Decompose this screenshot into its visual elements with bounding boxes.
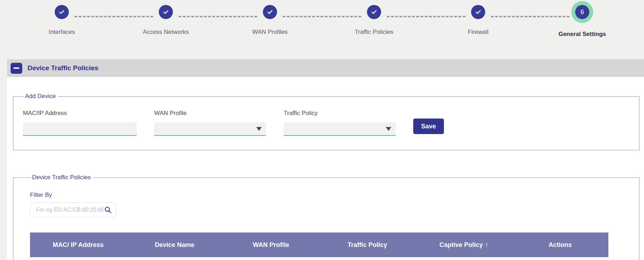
step-label: General Settings xyxy=(558,31,606,38)
column-header-actions[interactable]: Actions xyxy=(512,241,608,249)
step-label: Access Networks xyxy=(143,29,189,36)
add-device-fieldset: Add Device MAC/IP Address WAN Profile Tr… xyxy=(13,93,639,150)
section-title: Device Traffic Policies xyxy=(28,64,98,72)
device-policies-table: MAC/ IP Address Device Name WAN Profile … xyxy=(30,232,608,260)
step-label: Firewall xyxy=(468,29,489,36)
filter-by-label: Filter By xyxy=(30,192,639,199)
check-icon xyxy=(266,8,273,16)
chevron-down-icon xyxy=(256,127,262,131)
device-traffic-policies-fieldset: Device Traffic Policies Filter By MAC/ I… xyxy=(13,174,639,260)
check-icon xyxy=(475,8,482,16)
step-wan-profiles[interactable]: WAN Profiles xyxy=(218,5,322,38)
column-header-device-name[interactable]: Device Name xyxy=(126,241,223,249)
table-header-row: MAC/ IP Address Device Name WAN Profile … xyxy=(30,232,608,257)
step-complete-circle[interactable] xyxy=(159,5,173,19)
step-traffic-policies[interactable]: Traffic Policies xyxy=(322,5,426,38)
stepper-connector xyxy=(387,16,465,17)
search-icon[interactable] xyxy=(104,206,112,214)
mac-ip-address-field-group: MAC/IP Address xyxy=(23,110,137,136)
traffic-policy-select[interactable] xyxy=(284,122,396,136)
column-header-captive-policy-label: Captive Policy xyxy=(439,241,483,248)
step-general-settings[interactable]: 6 General Settings xyxy=(530,5,634,38)
traffic-policy-label: Traffic Policy xyxy=(284,110,396,117)
step-current-circle[interactable]: 6 xyxy=(575,5,589,19)
column-header-wan-profile[interactable]: WAN Profile xyxy=(223,241,319,249)
check-icon xyxy=(162,8,169,16)
minus-icon xyxy=(13,67,19,69)
device-traffic-policies-section-bar: Device Traffic Policies xyxy=(7,59,644,77)
step-access-networks[interactable]: Access Networks xyxy=(114,5,218,38)
filter-box xyxy=(30,202,116,217)
traffic-policy-field-group: Traffic Policy xyxy=(284,110,396,136)
general-settings-panel: Device Traffic Policies Add Device MAC/I… xyxy=(7,59,644,260)
wan-profile-label: WAN Profile xyxy=(154,110,266,117)
save-button[interactable]: Save xyxy=(413,119,444,134)
step-complete-circle[interactable] xyxy=(55,5,69,19)
setup-wizard-stepper: Interfaces Access Networks WAN Profiles … xyxy=(10,0,634,38)
step-firewall[interactable]: Firewall xyxy=(426,5,530,38)
step-interfaces[interactable]: Interfaces xyxy=(10,5,114,38)
mac-ip-address-label: MAC/IP Address xyxy=(23,110,137,117)
check-icon xyxy=(58,8,65,16)
step-number: 6 xyxy=(580,8,584,16)
column-header-captive-policy[interactable]: Captive Policy↑ xyxy=(416,241,512,249)
step-label: WAN Profiles xyxy=(252,29,288,36)
step-label: Interfaces xyxy=(49,29,75,36)
step-complete-circle[interactable] xyxy=(471,5,485,19)
column-header-mac-ip-address[interactable]: MAC/ IP Address xyxy=(30,241,126,249)
wan-profile-select[interactable] xyxy=(154,122,266,136)
step-label: Traffic Policies xyxy=(355,29,393,36)
mac-ip-address-input[interactable] xyxy=(23,122,137,136)
collapse-section-button[interactable] xyxy=(11,63,22,74)
step-complete-circle[interactable] xyxy=(367,5,381,19)
column-header-traffic-policy[interactable]: Traffic Policy xyxy=(319,241,416,249)
step-complete-circle[interactable] xyxy=(263,5,277,19)
sort-ascending-icon: ↑ xyxy=(485,241,488,248)
chevron-down-icon xyxy=(386,127,391,131)
table-body xyxy=(30,257,608,260)
stepper-connector xyxy=(74,16,153,17)
add-device-legend: Add Device xyxy=(24,93,58,100)
filter-input[interactable] xyxy=(35,206,104,213)
device-traffic-policies-legend: Device Traffic Policies xyxy=(31,174,93,181)
stepper-connector xyxy=(179,16,257,17)
stepper-connector xyxy=(283,16,361,17)
check-icon xyxy=(371,8,378,16)
stepper-connector xyxy=(491,16,570,17)
wan-profile-field-group: WAN Profile xyxy=(154,110,266,136)
